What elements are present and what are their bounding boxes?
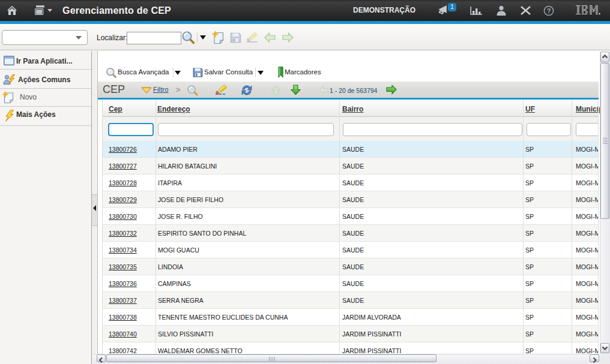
svg-text:?: ? bbox=[547, 7, 551, 14]
